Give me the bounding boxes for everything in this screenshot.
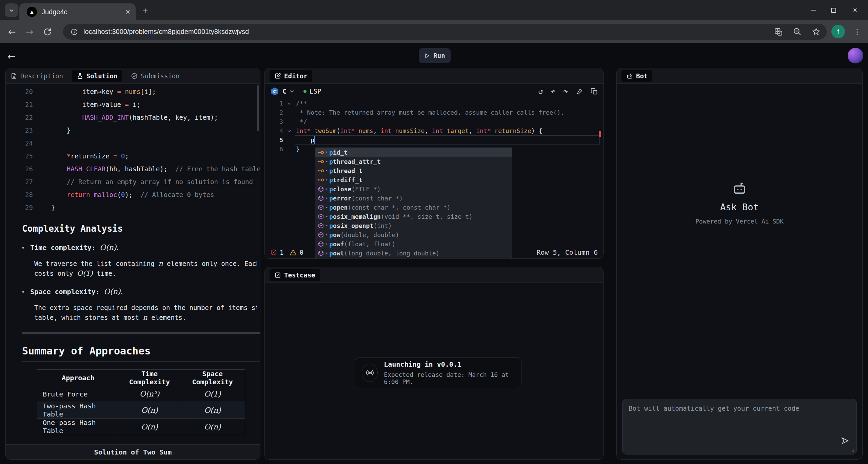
time-complexity-bullet: •Time complexity: O(n). bbox=[21, 243, 255, 252]
error-count: 1 bbox=[280, 249, 283, 256]
suggest-item[interactable]: •powl(long double, long double) bbox=[315, 249, 512, 258]
user-avatar[interactable] bbox=[848, 48, 863, 63]
redo-icon[interactable]: ↷ bbox=[563, 87, 568, 96]
suggest-bullet: • bbox=[326, 178, 328, 182]
editor-code-line[interactable]: 2 * Note: The returned array must be mal… bbox=[265, 108, 603, 117]
table-header: Space Complexity bbox=[180, 370, 245, 386]
code-line: 25 *returnSize = 0; bbox=[6, 150, 260, 162]
error-circle-icon bbox=[270, 249, 277, 256]
tab-bot[interactable]: Bot bbox=[622, 70, 652, 82]
fold-chevron-icon[interactable] bbox=[285, 126, 293, 135]
editor-panel-header: Editor bbox=[265, 68, 603, 84]
format-brush-icon[interactable] bbox=[576, 88, 583, 95]
run-button[interactable]: Run bbox=[419, 48, 451, 63]
approaches-table: ApproachTime ComplexitySpace ComplexityB… bbox=[37, 369, 245, 435]
testcase-panel-header: Testcase bbox=[265, 267, 603, 283]
browser-tab[interactable]: ▲ Judge4c × bbox=[19, 3, 136, 20]
translate-icon[interactable] bbox=[774, 27, 783, 36]
code-line: 28 return malloc(0); // Allocate 0 bytes bbox=[6, 188, 260, 201]
browser-back-button[interactable]: ← bbox=[8, 20, 16, 43]
suggest-item[interactable]: •pclose(FILE *) bbox=[315, 185, 512, 194]
suggest-bullet: • bbox=[326, 233, 328, 237]
bot-message-input[interactable] bbox=[622, 399, 857, 455]
editor-code-line[interactable]: 5 p bbox=[265, 135, 603, 144]
site-info-icon[interactable] bbox=[71, 28, 78, 36]
bot-large-icon bbox=[732, 180, 747, 196]
bot-empty-state: Ask Bot Powered by Vercel Ai SDK bbox=[617, 180, 862, 225]
browser-menu-icon[interactable]: ⋮ bbox=[853, 20, 861, 43]
suggest-bullet: • bbox=[326, 187, 328, 192]
bot-panel: Bot Ask Bot Powered by Vercel Ai SDK bbox=[616, 68, 863, 460]
copy-icon[interactable] bbox=[591, 88, 598, 95]
heading-rule bbox=[22, 361, 260, 362]
tab-testcase[interactable]: Testcase bbox=[270, 269, 320, 281]
app-back-button[interactable]: ← bbox=[7, 51, 15, 62]
tab-solution[interactable]: Solution bbox=[72, 70, 122, 82]
solution-code-block: 20 item→key = nums[i];21 item→value = i;… bbox=[6, 85, 260, 214]
suggest-bullet: • bbox=[326, 251, 328, 256]
code-line: 26 HASH_CLEAR(hh, hashTable); // Free th… bbox=[6, 162, 260, 175]
code-line: 20 item→key = nums[i]; bbox=[6, 85, 260, 98]
undo-icon[interactable]: ↶ bbox=[551, 87, 555, 96]
code-line: 27 // Return an empty array if no soluti… bbox=[6, 175, 260, 188]
address-bar[interactable]: localhost:3000/problems/cm8pjqdem0001ty8… bbox=[63, 24, 827, 40]
suggest-item[interactable]: •posix_openpt(int) bbox=[315, 221, 512, 230]
suggest-item[interactable]: •ptrdiff_t bbox=[315, 175, 512, 185]
reset-code-icon[interactable]: ↺ bbox=[538, 87, 543, 96]
language-selector[interactable]: C bbox=[282, 87, 287, 95]
send-icon[interactable] bbox=[841, 437, 849, 445]
table-header: Approach bbox=[37, 370, 119, 386]
space-complexity-bullet: •Space complexity: O(n). bbox=[21, 287, 255, 296]
play-icon bbox=[424, 53, 430, 59]
browser-reload-button[interactable] bbox=[43, 20, 52, 43]
chevron-down-icon[interactable] bbox=[289, 89, 295, 94]
tab-close-icon[interactable]: × bbox=[125, 7, 130, 17]
tab-submission[interactable]: Submission bbox=[131, 72, 179, 80]
window-maximize-button[interactable] bbox=[831, 8, 836, 13]
c-language-icon: C bbox=[270, 87, 279, 96]
editor-code-line[interactable]: 4int* twoSum(int* nums, int numsSize, in… bbox=[265, 126, 603, 135]
solution-footer: Solution of Two Sum bbox=[6, 444, 260, 459]
suggest-item[interactable]: •popen(const char *, const char *) bbox=[315, 203, 512, 212]
reload-icon bbox=[43, 28, 52, 36]
suggest-bullet: • bbox=[326, 169, 328, 173]
suggest-item[interactable]: •perror(const char *) bbox=[315, 194, 512, 203]
code-line: 29} bbox=[6, 201, 260, 214]
suggest-bullet: • bbox=[326, 224, 328, 228]
tab-editor[interactable]: Editor bbox=[270, 70, 312, 82]
suggest-bullet: • bbox=[326, 205, 328, 210]
autocomplete-dropdown: •pid_t•pthread_attr_t•pthread_t•ptrdiff_… bbox=[315, 148, 512, 258]
suggest-item[interactable]: •posix_memalign(void **, size_t, size_t) bbox=[315, 212, 512, 221]
tab-search-chevron-button[interactable] bbox=[5, 3, 18, 17]
left-panel-scrollbar[interactable] bbox=[257, 85, 259, 131]
bookmark-star-icon[interactable] bbox=[812, 27, 821, 36]
editor-code-line[interactable]: 3 */ bbox=[265, 117, 603, 126]
file-text-icon bbox=[11, 73, 17, 79]
suggest-bullet: • bbox=[326, 214, 328, 219]
code-line: 22 HASH_ADD_INT(hashTable, key, item); bbox=[6, 111, 260, 124]
fold-chevron-icon[interactable] bbox=[285, 99, 293, 108]
browser-profile-avatar[interactable]: f bbox=[831, 25, 845, 38]
window-minimize-button[interactable] bbox=[811, 10, 816, 11]
tab-description[interactable]: Description bbox=[11, 72, 63, 80]
edit-square-icon bbox=[274, 73, 281, 79]
bot-icon bbox=[626, 73, 633, 79]
table-header: Time Complexity bbox=[119, 370, 180, 386]
new-tab-button[interactable]: + bbox=[142, 5, 148, 16]
suggest-item[interactable]: •powf(float, float) bbox=[315, 239, 512, 249]
browser-forward-button[interactable]: → bbox=[26, 20, 34, 43]
tab-submission-label: Submission bbox=[141, 72, 179, 80]
window-close-button[interactable]: × bbox=[851, 6, 859, 15]
tab-description-label: Description bbox=[20, 72, 63, 80]
editor-code-line[interactable]: 1/** bbox=[265, 99, 603, 108]
broadcast-icon bbox=[362, 364, 378, 382]
table-row: Two-pass Hash TableO(n)O(n) bbox=[37, 402, 245, 419]
suggest-item[interactable]: •pthread_attr_t bbox=[315, 157, 512, 166]
resize-handle-icon[interactable] bbox=[850, 448, 854, 452]
suggest-item[interactable]: •pow(double, double) bbox=[315, 230, 512, 239]
cursor-position: Row 5, Column 6 bbox=[536, 248, 598, 256]
suggest-item[interactable]: •pid_t bbox=[315, 148, 512, 157]
powered-by-text: Powered by Vercel Ai SDK bbox=[695, 218, 784, 225]
suggest-item[interactable]: •pthread_t bbox=[315, 166, 512, 175]
zoom-minus-icon[interactable] bbox=[793, 27, 802, 36]
